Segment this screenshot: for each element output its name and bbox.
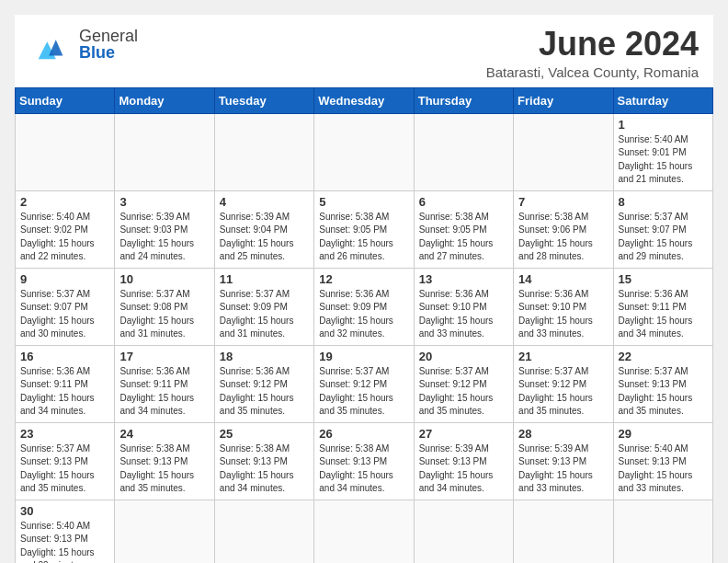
logo: General Blue (29, 26, 138, 63)
day-cell: 2Sunrise: 5:40 AM Sunset: 9:02 PM Daylig… (16, 190, 115, 268)
day-number: 4 (220, 195, 309, 209)
day-info: Sunrise: 5:36 AM Sunset: 9:11 PM Dayligh… (619, 288, 708, 341)
day-number: 30 (20, 504, 109, 518)
day-info: Sunrise: 5:38 AM Sunset: 9:05 PM Dayligh… (419, 211, 508, 264)
day-number: 13 (419, 272, 508, 286)
svg-marker-1 (49, 40, 63, 55)
calendar-table: Sunday Monday Tuesday Wednesday Thursday… (15, 87, 713, 563)
day-info: Sunrise: 5:38 AM Sunset: 9:13 PM Dayligh… (220, 442, 309, 496)
day-info: Sunrise: 5:38 AM Sunset: 9:05 PM Dayligh… (319, 211, 408, 264)
day-cell: 5Sunrise: 5:38 AM Sunset: 9:05 PM Daylig… (314, 190, 414, 268)
day-info: Sunrise: 5:37 AM Sunset: 9:13 PM Dayligh… (619, 365, 708, 419)
day-cell: 3Sunrise: 5:39 AM Sunset: 9:03 PM Daylig… (115, 190, 214, 268)
day-number: 28 (518, 427, 608, 441)
day-info: Sunrise: 5:37 AM Sunset: 9:09 PM Dayligh… (220, 288, 309, 341)
day-info: Sunrise: 5:38 AM Sunset: 9:13 PM Dayligh… (119, 442, 209, 496)
day-info: Sunrise: 5:40 AM Sunset: 9:02 PM Dayligh… (20, 211, 109, 264)
day-cell: 8Sunrise: 5:37 AM Sunset: 9:07 PM Daylig… (613, 190, 712, 268)
day-number: 23 (20, 427, 109, 441)
day-number: 29 (619, 427, 708, 441)
week-row-2: 2Sunrise: 5:40 AM Sunset: 9:02 PM Daylig… (16, 190, 713, 268)
day-number: 24 (119, 427, 209, 441)
col-wednesday: Wednesday (314, 87, 414, 113)
day-info: Sunrise: 5:37 AM Sunset: 9:08 PM Dayligh… (119, 288, 209, 341)
day-info: Sunrise: 5:36 AM Sunset: 9:11 PM Dayligh… (20, 365, 109, 419)
page-header: General Blue June 2024 Batarasti, Valcea… (15, 15, 713, 87)
week-row-3: 9Sunrise: 5:37 AM Sunset: 9:07 PM Daylig… (16, 268, 713, 345)
day-cell: 18Sunrise: 5:36 AM Sunset: 9:12 PM Dayli… (214, 345, 313, 422)
day-info: Sunrise: 5:39 AM Sunset: 9:13 PM Dayligh… (518, 442, 608, 496)
day-info: Sunrise: 5:40 AM Sunset: 9:13 PM Dayligh… (619, 442, 708, 496)
day-number: 2 (20, 195, 109, 209)
day-info: Sunrise: 5:37 AM Sunset: 9:13 PM Dayligh… (20, 442, 109, 496)
day-cell: 1Sunrise: 5:40 AM Sunset: 9:01 PM Daylig… (613, 113, 712, 190)
day-info: Sunrise: 5:36 AM Sunset: 9:11 PM Dayligh… (119, 365, 209, 419)
day-cell: 19Sunrise: 5:37 AM Sunset: 9:12 PM Dayli… (314, 345, 414, 422)
day-number: 7 (518, 195, 608, 209)
day-info: Sunrise: 5:39 AM Sunset: 9:04 PM Dayligh… (220, 211, 309, 264)
day-cell (613, 500, 712, 563)
day-cell (115, 113, 214, 190)
day-number: 18 (220, 350, 309, 363)
day-cell (314, 500, 414, 563)
day-info: Sunrise: 5:36 AM Sunset: 9:10 PM Dayligh… (419, 288, 508, 341)
col-monday: Monday (115, 87, 214, 113)
calendar-header-row: Sunday Monday Tuesday Wednesday Thursday… (16, 87, 713, 113)
day-cell (314, 113, 414, 190)
day-cell: 30Sunrise: 5:40 AM Sunset: 9:13 PM Dayli… (16, 500, 115, 563)
day-number: 19 (319, 350, 408, 363)
calendar-page: General Blue June 2024 Batarasti, Valcea… (15, 15, 713, 563)
col-saturday: Saturday (613, 87, 712, 113)
day-cell: 20Sunrise: 5:37 AM Sunset: 9:12 PM Dayli… (414, 345, 513, 422)
day-number: 27 (419, 427, 508, 441)
location-title: Batarasti, Valcea County, Romania (486, 64, 699, 80)
day-cell: 17Sunrise: 5:36 AM Sunset: 9:11 PM Dayli… (115, 345, 214, 422)
day-info: Sunrise: 5:37 AM Sunset: 9:12 PM Dayligh… (419, 365, 508, 419)
day-number: 21 (518, 350, 608, 363)
month-title: June 2024 (486, 26, 699, 63)
day-info: Sunrise: 5:36 AM Sunset: 9:10 PM Dayligh… (518, 288, 608, 341)
day-cell: 13Sunrise: 5:36 AM Sunset: 9:10 PM Dayli… (414, 268, 513, 345)
day-cell: 6Sunrise: 5:38 AM Sunset: 9:05 PM Daylig… (414, 190, 513, 268)
day-cell (414, 500, 513, 563)
day-number: 1 (619, 118, 708, 132)
day-info: Sunrise: 5:36 AM Sunset: 9:12 PM Dayligh… (220, 365, 309, 419)
day-info: Sunrise: 5:37 AM Sunset: 9:12 PM Dayligh… (518, 365, 608, 419)
day-cell: 14Sunrise: 5:36 AM Sunset: 9:10 PM Dayli… (514, 268, 613, 345)
day-number: 6 (419, 195, 508, 209)
day-cell (514, 113, 613, 190)
logo-icon (29, 26, 74, 63)
day-cell (115, 500, 214, 563)
day-info: Sunrise: 5:38 AM Sunset: 9:13 PM Dayligh… (319, 442, 408, 496)
day-info: Sunrise: 5:40 AM Sunset: 9:13 PM Dayligh… (20, 520, 109, 563)
day-number: 14 (518, 272, 608, 286)
day-info: Sunrise: 5:37 AM Sunset: 9:07 PM Dayligh… (619, 211, 708, 264)
day-cell: 25Sunrise: 5:38 AM Sunset: 9:13 PM Dayli… (214, 422, 313, 500)
day-info: Sunrise: 5:38 AM Sunset: 9:06 PM Dayligh… (518, 211, 608, 264)
day-number: 8 (619, 195, 708, 209)
day-number: 16 (20, 350, 109, 363)
day-cell: 9Sunrise: 5:37 AM Sunset: 9:07 PM Daylig… (16, 268, 115, 345)
day-number: 25 (220, 427, 309, 441)
day-number: 15 (619, 272, 708, 286)
day-cell (514, 500, 613, 563)
day-cell: 22Sunrise: 5:37 AM Sunset: 9:13 PM Dayli… (613, 345, 712, 422)
day-cell: 15Sunrise: 5:36 AM Sunset: 9:11 PM Dayli… (613, 268, 712, 345)
day-cell: 21Sunrise: 5:37 AM Sunset: 9:12 PM Dayli… (514, 345, 613, 422)
day-cell: 29Sunrise: 5:40 AM Sunset: 9:13 PM Dayli… (613, 422, 712, 500)
day-cell: 16Sunrise: 5:36 AM Sunset: 9:11 PM Dayli… (16, 345, 115, 422)
col-thursday: Thursday (414, 87, 513, 113)
day-cell: 24Sunrise: 5:38 AM Sunset: 9:13 PM Dayli… (115, 422, 214, 500)
day-cell: 26Sunrise: 5:38 AM Sunset: 9:13 PM Dayli… (314, 422, 414, 500)
day-cell (214, 500, 313, 563)
week-row-6: 30Sunrise: 5:40 AM Sunset: 9:13 PM Dayli… (16, 500, 713, 563)
week-row-4: 16Sunrise: 5:36 AM Sunset: 9:11 PM Dayli… (16, 345, 713, 422)
day-number: 3 (119, 195, 209, 209)
day-cell: 28Sunrise: 5:39 AM Sunset: 9:13 PM Dayli… (514, 422, 613, 500)
title-block: June 2024 Batarasti, Valcea County, Roma… (486, 26, 699, 80)
day-number: 12 (319, 272, 408, 286)
week-row-5: 23Sunrise: 5:37 AM Sunset: 9:13 PM Dayli… (16, 422, 713, 500)
day-number: 9 (20, 272, 109, 286)
day-info: Sunrise: 5:39 AM Sunset: 9:13 PM Dayligh… (419, 442, 508, 496)
week-row-1: 1Sunrise: 5:40 AM Sunset: 9:01 PM Daylig… (16, 113, 713, 190)
